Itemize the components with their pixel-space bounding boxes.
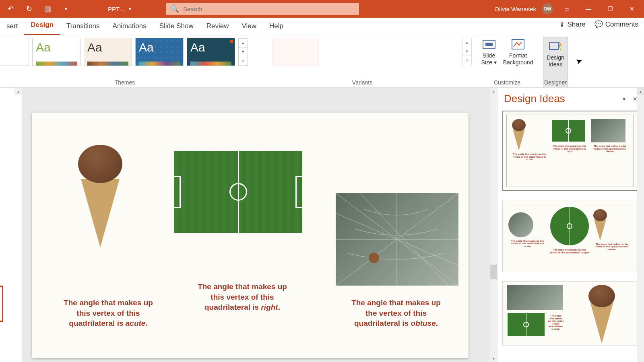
ribbon-body: Aa Aa Aa Aa ▴ ▾ ▿ Themes bbox=[0, 35, 644, 88]
search-input[interactable] bbox=[183, 6, 354, 12]
tab-review[interactable]: Review bbox=[200, 18, 235, 35]
design-idea-card[interactable]: The angle that makes up this vertex of t… bbox=[502, 111, 638, 191]
format-background-icon bbox=[511, 37, 525, 51]
variants-gallery-arrows[interactable]: ▴ ▾ ▿ bbox=[462, 38, 472, 65]
user-area: Olivia Wanasek OW ▭ — ❐ ✕ bbox=[494, 0, 640, 18]
caption-emph: right bbox=[261, 303, 278, 311]
mini-caption: The angle that makes up the vertex of th… bbox=[591, 145, 629, 153]
mini-caption: The angle that makes up the vertex of th… bbox=[592, 243, 632, 251]
image-soccer-field[interactable] bbox=[173, 150, 303, 234]
tab-transitions[interactable]: Transitions bbox=[60, 18, 106, 35]
tab-design[interactable]: Design bbox=[24, 17, 60, 35]
tab-slide-show[interactable]: Slide Show bbox=[153, 18, 200, 35]
comment-icon: 💬 bbox=[594, 20, 603, 29]
theme-thumb[interactable]: Aa bbox=[32, 38, 80, 66]
designer-group-label: Designer bbox=[539, 79, 572, 86]
share-icon: ⇪ bbox=[559, 20, 565, 29]
quick-access-toolbar: ↶ ↻ ▥ ▾ bbox=[0, 3, 72, 14]
themes-group-label: Themes bbox=[0, 79, 250, 86]
variants-group-label: Variants bbox=[250, 79, 475, 86]
design-idea-card[interactable]: The angle that makes up this vertex of t… bbox=[502, 200, 638, 272]
design-ideas-pane: Design Ideas ▾ ✕ The angle that makes up… bbox=[497, 88, 644, 362]
ribbon-tabs: sert Design Transitions Animations Slide… bbox=[0, 18, 644, 35]
close-icon[interactable]: ✕ bbox=[624, 0, 640, 18]
pane-title: Design Ideas bbox=[504, 93, 565, 105]
mini-caption: The angle that makes up this vertex of t… bbox=[548, 315, 564, 337]
from-beginning-icon[interactable]: ▥ bbox=[42, 3, 53, 14]
caption-emph: obtuse bbox=[411, 319, 436, 327]
redo-icon[interactable]: ↻ bbox=[23, 3, 35, 14]
undo-icon[interactable]: ↶ bbox=[5, 3, 16, 14]
variant-thumb[interactable] bbox=[272, 38, 319, 66]
format-background-label: Format Background bbox=[503, 52, 533, 66]
scroll-up-icon[interactable]: ▴ bbox=[637, 88, 644, 95]
mini-caption: The angle that makes up this vertex of t… bbox=[549, 249, 590, 254]
caption-right[interactable]: The angle that makes up this vertex of t… bbox=[196, 282, 289, 313]
share-button[interactable]: ⇪Share bbox=[559, 20, 585, 29]
themes-gallery-arrows[interactable]: ▴ ▾ ▿ bbox=[238, 38, 248, 66]
arrow-down-icon[interactable]: ▾ bbox=[462, 47, 471, 56]
arrow-up-icon[interactable]: ▴ bbox=[462, 38, 471, 47]
design-ideas-label: Design Ideas bbox=[547, 54, 564, 68]
tab-view[interactable]: View bbox=[235, 18, 263, 35]
arrow-up-icon[interactable]: ▴ bbox=[239, 39, 248, 47]
minimize-icon[interactable]: — bbox=[580, 0, 597, 18]
spider-icon bbox=[369, 253, 379, 263]
title-bar: ↶ ↻ ▥ ▾ PPT… ▾ 🔍 Olivia Wanasek OW ▭ — ❐… bbox=[0, 0, 644, 18]
design-ideas-icon bbox=[548, 39, 563, 53]
qat-more-icon[interactable]: ▾ bbox=[60, 3, 72, 14]
theme-thumb-current[interactable] bbox=[0, 38, 29, 66]
scroll-down-icon[interactable]: ▾ bbox=[493, 356, 495, 362]
user-name-label: Olivia Wanasek bbox=[494, 6, 536, 12]
designer-group: Design Ideas Designer bbox=[539, 35, 572, 87]
filename-text: PPT… bbox=[108, 6, 126, 12]
thumb-scroll-up-icon[interactable]: ▴ bbox=[14, 88, 22, 95]
theme-thumb[interactable]: Aa bbox=[135, 38, 184, 66]
svg-rect-3 bbox=[549, 42, 558, 49]
tab-animations[interactable]: Animations bbox=[106, 18, 153, 35]
image-spider-web[interactable] bbox=[336, 193, 458, 286]
share-label: Share bbox=[567, 21, 585, 29]
maximize-icon[interactable]: ❐ bbox=[602, 0, 618, 18]
avatar[interactable]: OW bbox=[542, 3, 553, 14]
comments-button[interactable]: 💬Comments bbox=[594, 20, 638, 29]
comments-label: Comments bbox=[605, 21, 638, 29]
mini-caption: The angle that makes up this vertex of t… bbox=[551, 145, 588, 153]
search-box[interactable]: 🔍 bbox=[166, 3, 359, 15]
scroll-up-icon[interactable]: ▴ bbox=[493, 88, 495, 93]
ideas-list[interactable]: The angle that makes up this vertex of t… bbox=[497, 109, 644, 362]
slide[interactable]: The angle that makes up this vertex of t… bbox=[32, 113, 469, 358]
avatar-initials: OW bbox=[544, 6, 551, 11]
gallery-more-icon[interactable]: ▿ bbox=[239, 56, 248, 65]
themes-group: Aa Aa Aa Aa ▴ ▾ ▿ Themes bbox=[0, 35, 250, 87]
slide-size-icon bbox=[482, 37, 496, 51]
pane-scrollbar[interactable]: ▴ bbox=[637, 88, 644, 362]
slide-canvas-area: ▴ ▾ The angle that makes up this vertex bbox=[22, 88, 497, 362]
caption-emph: acute bbox=[126, 319, 146, 327]
chevron-down-icon: ▾ bbox=[129, 6, 131, 12]
theme-thumb[interactable]: Aa bbox=[187, 38, 235, 66]
mini-caption: The angle that makes up this vertex of t… bbox=[511, 153, 549, 161]
work-area: ▴ ▴ ▾ The angle t bbox=[0, 88, 644, 362]
slide-thumbnail-strip[interactable]: ▴ bbox=[0, 88, 22, 362]
gallery-more-icon[interactable]: ▿ bbox=[462, 56, 471, 65]
filename-dropdown[interactable]: PPT… ▾ bbox=[108, 6, 152, 12]
design-idea-card[interactable]: The angle that makes up this vertex of t… bbox=[502, 281, 638, 346]
theme-thumb[interactable]: Aa bbox=[84, 38, 132, 66]
scrollbar-thumb[interactable] bbox=[490, 265, 497, 279]
pane-options-icon[interactable]: ▾ bbox=[623, 96, 625, 102]
tab-insert[interactable]: sert bbox=[0, 18, 24, 35]
customize-group: Slide Size ▾ Format Background Customize bbox=[475, 35, 539, 87]
image-ice-cream[interactable] bbox=[68, 145, 132, 247]
search-icon: 🔍 bbox=[171, 5, 179, 13]
arrow-down-icon[interactable]: ▾ bbox=[239, 47, 248, 56]
tab-help[interactable]: Help bbox=[263, 18, 290, 35]
mini-caption: The angle that makes up this vertex of t… bbox=[508, 240, 547, 248]
ribbon-mode-icon[interactable]: ▭ bbox=[559, 0, 575, 18]
svg-rect-1 bbox=[485, 43, 493, 46]
variants-group: ▴ ▾ ▿ Variants bbox=[250, 35, 475, 87]
caption-acute[interactable]: The angle that makes up this vertex of t… bbox=[56, 298, 161, 329]
slide-thumbnail[interactable] bbox=[0, 286, 3, 322]
caption-obtuse[interactable]: The angle that makes up the vertex of th… bbox=[350, 298, 442, 329]
canvas-scrollbar[interactable]: ▴ ▾ bbox=[490, 88, 497, 362]
